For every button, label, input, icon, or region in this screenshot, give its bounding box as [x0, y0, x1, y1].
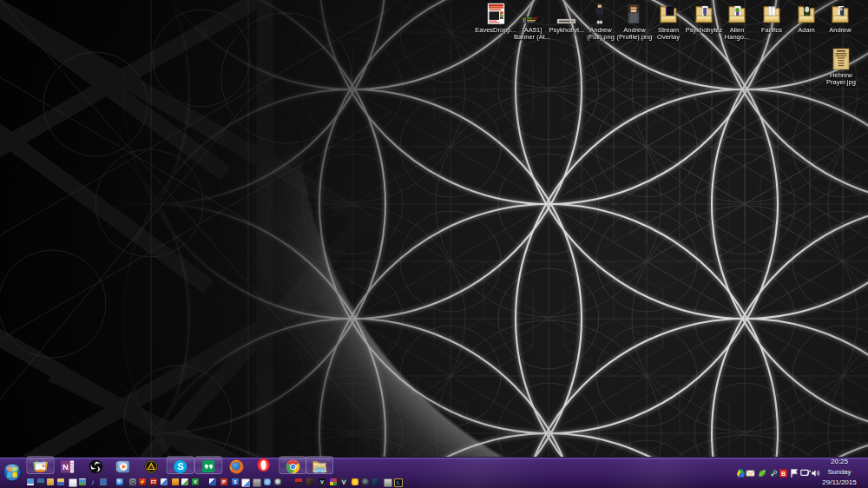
svg-text:B: B [781, 471, 786, 477]
svg-text:S: S [177, 461, 183, 472]
svg-text:N: N [62, 462, 69, 472]
